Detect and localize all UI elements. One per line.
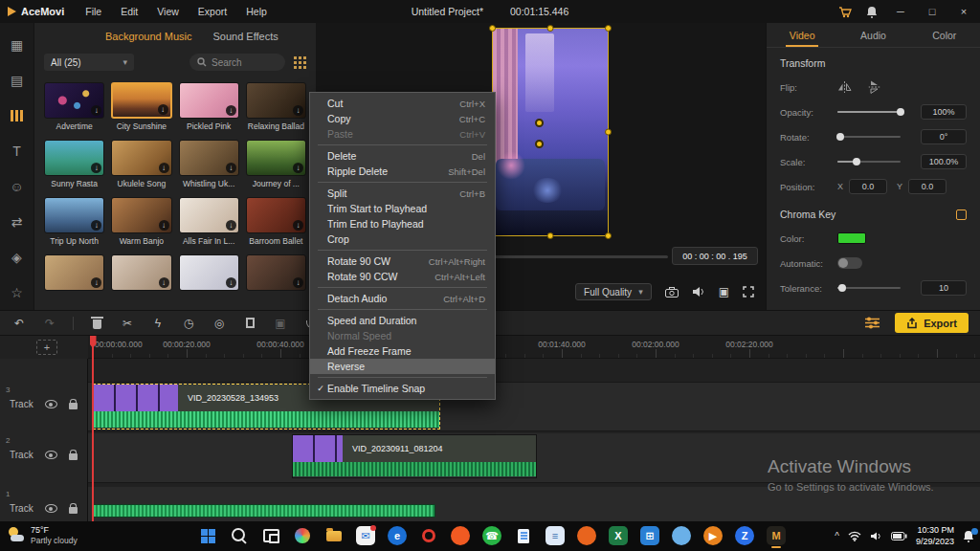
context-menu-item[interactable]: Ripple Delete Shift+Del: [310, 164, 495, 179]
download-icon[interactable]: [293, 105, 303, 116]
context-menu-item[interactable]: Delete Del: [310, 148, 495, 164]
edge-browser[interactable]: e: [386, 523, 409, 548]
export-button[interactable]: Export: [895, 313, 969, 333]
notepad-app[interactable]: [512, 523, 535, 548]
download-icon[interactable]: [226, 277, 236, 288]
properties-tab[interactable]: Video: [767, 23, 837, 47]
search-button[interactable]: [228, 523, 251, 548]
zoom-app[interactable]: Z: [733, 523, 756, 548]
close-button[interactable]: ×: [955, 6, 972, 17]
stock-icon[interactable]: ▤: [0, 62, 34, 98]
minimize-button[interactable]: ─: [892, 6, 909, 17]
context-menu-item[interactable]: Reverse: [310, 359, 495, 374]
chroma-key-checkbox[interactable]: [956, 209, 967, 220]
acemovi-taskbar-button[interactable]: M: [765, 523, 788, 548]
timeline-audio-clip[interactable]: [93, 504, 435, 518]
media-item[interactable]: Warm Banjo: [111, 197, 171, 246]
download-icon[interactable]: [91, 105, 101, 116]
scale-slider[interactable]: [837, 161, 901, 164]
opera-browser[interactable]: [417, 523, 440, 548]
flame-app[interactable]: [575, 523, 598, 548]
download-icon[interactable]: [293, 163, 303, 173]
add-track-button[interactable]: +: [36, 340, 57, 355]
pip-toggle-icon[interactable]: ▣: [273, 316, 288, 331]
context-menu-item[interactable]: [318, 250, 487, 251]
media-item[interactable]: City Sunshine: [111, 82, 171, 131]
rotate-slider[interactable]: [837, 136, 901, 139]
media-item[interactable]: [111, 254, 171, 303]
maximize-button[interactable]: □: [924, 6, 941, 17]
menubar-item[interactable]: Edit: [113, 3, 145, 20]
start-button[interactable]: [196, 523, 219, 548]
download-icon[interactable]: [91, 277, 101, 288]
speed-icon[interactable]: ◷: [181, 316, 196, 331]
menubar-item[interactable]: View: [149, 3, 187, 20]
context-menu-item[interactable]: Crop: [310, 231, 495, 247]
magic-wand-icon[interactable]: ϟ: [150, 316, 166, 331]
selection-handle[interactable]: [605, 129, 612, 136]
media-item[interactable]: Alls Fair In L...: [179, 197, 239, 246]
download-icon[interactable]: [158, 104, 168, 115]
menubar-item[interactable]: Help: [238, 3, 275, 20]
center-handle[interactable]: [535, 119, 544, 127]
battery-icon[interactable]: [891, 532, 907, 540]
rotate-handle[interactable]: [535, 140, 544, 148]
taskbar-clock[interactable]: 10:30 PM 9/29/2023: [916, 525, 954, 547]
windows-settings-app[interactable]: ⊞: [638, 523, 661, 548]
download-icon[interactable]: [293, 277, 303, 288]
lock-icon[interactable]: [69, 453, 78, 460]
pip-icon[interactable]: ▣: [719, 285, 729, 298]
selection-handle[interactable]: [605, 25, 612, 32]
download-icon[interactable]: [91, 220, 101, 231]
docs-app[interactable]: ≡: [544, 523, 567, 548]
weather-widget[interactable]: 75°F Partly cloudy: [8, 525, 78, 545]
flip-vertical-icon[interactable]: [869, 80, 880, 95]
media-item[interactable]: [179, 254, 239, 303]
lock-icon[interactable]: [69, 403, 78, 409]
effects-icon[interactable]: ◈: [0, 239, 34, 275]
sticker-icon[interactable]: ☺: [0, 168, 34, 204]
cart-icon[interactable]: [838, 6, 852, 18]
visibility-eye-icon[interactable]: [45, 400, 57, 408]
context-menu-item[interactable]: Cut Ctrl+X: [310, 96, 495, 111]
scale-value[interactable]: 100.0%: [921, 154, 967, 169]
quality-dropdown[interactable]: Full Quality ▾: [575, 283, 652, 300]
media-library-icon[interactable]: ▦: [0, 27, 34, 62]
undo-icon[interactable]: ↶: [11, 316, 27, 331]
context-menu-item[interactable]: Paste Ctrl+V: [310, 126, 495, 142]
download-icon[interactable]: [293, 220, 303, 231]
chroma-key-section-header[interactable]: Chroma Key: [767, 203, 980, 226]
properties-tab[interactable]: Color: [909, 23, 980, 47]
selection-handle[interactable]: [547, 25, 554, 32]
category-dropdown[interactable]: All (25) ▾: [44, 54, 134, 71]
lock-icon[interactable]: [69, 507, 78, 514]
download-icon[interactable]: [159, 277, 169, 288]
preview-video[interactable]: [493, 29, 608, 235]
context-menu-item[interactable]: [318, 287, 487, 288]
download-icon[interactable]: [91, 163, 101, 173]
timeline-ruler[interactable]: 00:00:00.00000:00:20.00000:00:40.00000:0…: [88, 336, 980, 359]
selection-handle[interactable]: [605, 232, 612, 239]
search-input[interactable]: [212, 57, 273, 68]
redo-icon[interactable]: ↷: [42, 316, 57, 331]
media-item[interactable]: Trip Up North: [44, 197, 104, 246]
favorites-icon[interactable]: ☆: [0, 275, 34, 310]
context-menu-item[interactable]: Split Ctrl+B: [310, 186, 495, 201]
context-menu-item[interactable]: [318, 309, 487, 310]
task-view-button[interactable]: [259, 523, 282, 548]
context-menu-item[interactable]: Rotate 90 CW Ctrl+Alt+Right: [310, 253, 495, 269]
tab-background-music[interactable]: Background Music: [105, 31, 192, 42]
brave-browser[interactable]: [449, 523, 472, 548]
position-y-input[interactable]: 0.0: [908, 179, 947, 194]
tolerance-value[interactable]: 10: [921, 280, 967, 296]
media-item[interactable]: [246, 254, 306, 303]
context-menu-item[interactable]: [318, 377, 487, 378]
file-explorer-button[interactable]: [323, 523, 345, 548]
crop-icon[interactable]: [242, 316, 257, 331]
split-scissors-icon[interactable]: ✂: [120, 316, 135, 331]
excel-app[interactable]: X: [607, 523, 630, 548]
visibility-eye-icon[interactable]: [45, 451, 57, 459]
visibility-eye-icon[interactable]: [45, 504, 57, 513]
notification-bell-icon[interactable]: [866, 6, 878, 18]
selection-handle[interactable]: [547, 232, 554, 239]
